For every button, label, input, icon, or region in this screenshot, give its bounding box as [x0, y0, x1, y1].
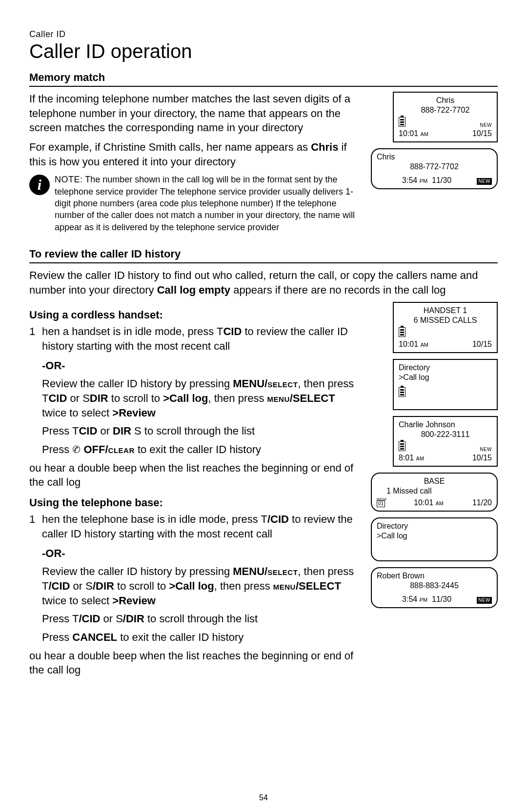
base-step-1: 1 hen the telephone base is in idle mode…: [29, 512, 362, 541]
screen-number: 888-883-2445: [377, 581, 492, 591]
text: to scroll through the list: [144, 613, 258, 625]
screen-date: 11/30: [432, 176, 451, 184]
base-alt: Review the caller ID history by pressing…: [42, 564, 362, 608]
new-badge: NEW: [477, 597, 492, 604]
page-number: 54: [0, 793, 527, 802]
key-label: clear: [108, 443, 135, 456]
key-label: CID: [223, 325, 242, 337]
screen-ampm: AM: [436, 500, 444, 506]
screen-chris-handset: Chris 888-722-7702 NEW 10:01 AM 10/15: [393, 92, 498, 142]
key-label: select: [267, 377, 298, 390]
screen-time: 8:01: [399, 454, 414, 462]
screen-ampm: AM: [421, 131, 429, 137]
text-bold: Chris: [311, 141, 338, 153]
screen-line: Directory: [377, 521, 492, 531]
new-badge: NEW: [477, 178, 492, 185]
screen-line: >Call log: [399, 373, 492, 382]
text: to exit the caller ID history: [135, 443, 261, 456]
screen-date: 11/20: [472, 498, 492, 508]
battery-icon: [399, 327, 405, 337]
key-label: >Call log: [163, 392, 208, 404]
screen-number: 888-772-7702: [377, 162, 492, 172]
screen-date: 10/15: [472, 453, 492, 463]
key-label: /CID: [48, 580, 70, 592]
base-exit: Press CANCEL to exit the caller ID histo…: [42, 630, 362, 645]
text: , then press: [214, 580, 273, 592]
handset-step-1: 1 hen a handset is in idle mode, press T…: [29, 324, 362, 353]
text: to exit the caller ID history: [117, 631, 243, 643]
review-intro: Review the caller ID history to find out…: [29, 268, 498, 297]
or-divider: -OR-: [42, 358, 362, 373]
screen-line: Directory: [399, 363, 492, 373]
memory-match-p2: For example, if Christine Smith calls, h…: [29, 140, 362, 169]
key-label: menu: [267, 392, 290, 404]
screen-number: 888-722-7702: [399, 105, 492, 115]
screen-line: 6 MISSED CALLS: [399, 316, 492, 325]
text: Press: [42, 631, 72, 643]
subhead-base: Using the telephone base:: [29, 496, 362, 509]
text: Press T: [42, 425, 79, 437]
key-label: /SELECT: [290, 392, 335, 404]
key-label: MENU/: [233, 377, 267, 390]
screen-time: 3:54: [402, 176, 417, 184]
key-label: MENU/: [233, 565, 267, 577]
text-bold: Call log empty: [157, 284, 230, 296]
text: to scroll to: [108, 392, 163, 404]
screen-time: 10:01: [414, 498, 433, 507]
key-label: >Review: [112, 594, 156, 607]
screen-ampm: PM: [420, 597, 428, 603]
handset-scroll: Press TCID or DIR S to scroll through th…: [42, 424, 362, 438]
screen-base-menu: Directory >Call log: [371, 517, 498, 561]
text: appears if there are no records in the c…: [230, 284, 446, 296]
screen-ampm: AM: [416, 456, 425, 461]
subhead-handset: Using a cordless handset:: [29, 309, 362, 321]
key-label: CANCEL: [72, 631, 117, 643]
base-beep: ou hear a double beep when the list reac…: [29, 649, 362, 677]
page-title: Caller ID operation: [29, 40, 498, 62]
key-label: /CID: [79, 613, 100, 625]
section-memory-match: Memory match: [29, 71, 498, 87]
battery-icon: [399, 117, 405, 127]
screen-line: HANDSET 1: [399, 306, 492, 316]
key-label: CID: [79, 425, 97, 437]
text: to scroll to: [114, 580, 169, 592]
key-label: select: [267, 565, 298, 577]
screen-date: 11/30: [432, 595, 451, 603]
key-label: /DIR: [93, 580, 114, 592]
key-label: /SELECT: [296, 580, 341, 592]
key-label: /CID: [267, 513, 289, 525]
step-number: 1: [29, 512, 42, 541]
section-review: To review the caller ID history: [29, 248, 498, 263]
phone-icon: ✆: [71, 443, 81, 457]
screen-name: Robert Brown: [377, 571, 492, 581]
note-text: NOTE: The number shown in the call log w…: [55, 174, 362, 233]
text: For example, if Christine Smith calls, h…: [29, 141, 311, 153]
key-label: menu: [273, 580, 296, 592]
key-label: /DIR: [123, 613, 144, 625]
screen-chris-base: Chris 888-772-7702 3:54 PM 11/30 NEW: [371, 148, 498, 189]
note-body: The number shown in the call log will be…: [55, 175, 355, 232]
or-divider: -OR-: [42, 546, 362, 561]
text: or S: [67, 392, 89, 404]
handset-beep: ou hear a double beep when the list reac…: [29, 461, 362, 490]
key-label: CID: [48, 392, 67, 404]
handset-exit: Press ✆ OFF/clear to exit the caller ID …: [42, 442, 362, 457]
eyebrow: Caller ID: [29, 29, 498, 40]
text: or S: [70, 580, 92, 592]
key-label: OFF/: [83, 443, 108, 456]
screen-date: 10/15: [472, 339, 492, 349]
screen-line: BASE: [377, 476, 492, 486]
screen-base-idle: BASE 1 Missed call MSG#01 10:01 AM 11/20: [371, 473, 498, 512]
battery-icon: [399, 387, 405, 397]
text: twice to select: [42, 407, 112, 419]
screen-date: 10/15: [472, 129, 492, 139]
text: Review the caller ID history by pressing: [42, 565, 233, 577]
new-badge: NEW: [480, 447, 492, 453]
screen-ampm: AM: [421, 342, 429, 348]
text: Press T: [42, 613, 79, 625]
screen-handset-menu: Directory >Call log: [393, 359, 498, 410]
screen-handset-idle: HANDSET 1 6 MISSED CALLS 10:01 AM 10/15: [393, 302, 498, 353]
note-label: NOTE:: [55, 175, 83, 184]
battery-icon: [399, 441, 405, 451]
text: Review the caller ID history by pressing: [42, 377, 233, 390]
